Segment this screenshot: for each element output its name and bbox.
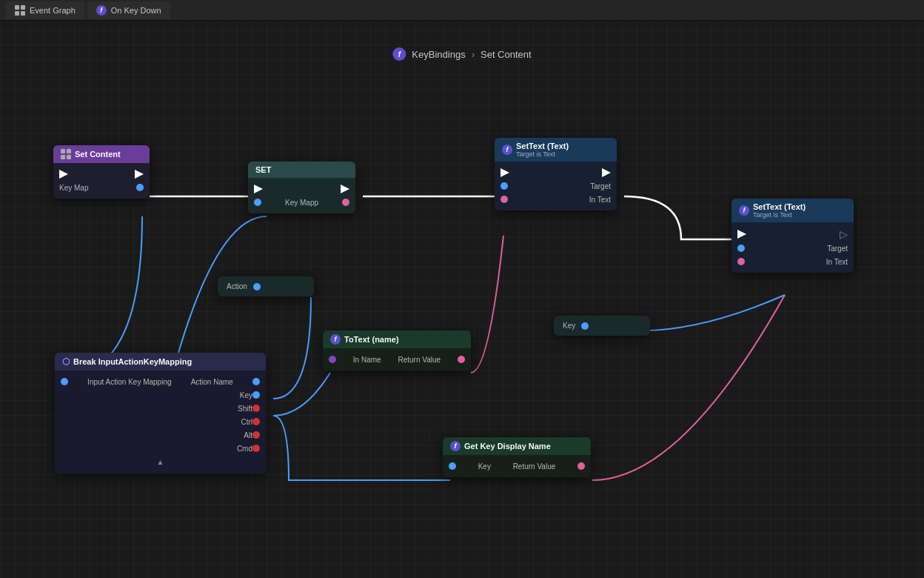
set-keymapp-pin-right[interactable] (342, 199, 349, 206)
settext-right-intext-row: In Text (732, 255, 854, 268)
settext-left-intext-pin[interactable] (500, 196, 508, 203)
set-content-header: Set Content (53, 145, 150, 163)
break-key-pin[interactable] (252, 391, 260, 399)
action-pin[interactable] (253, 283, 261, 290)
key-node[interactable]: Key (554, 316, 650, 336)
set-body: Key Mapp (248, 178, 355, 213)
set-content-node[interactable]: Set Content Key Map (53, 145, 150, 199)
key-body: Key (554, 316, 650, 336)
set-content-title: Set Content (75, 150, 121, 159)
getkey-key-label: Key (478, 462, 491, 471)
settext-left-exec-row (495, 166, 617, 179)
totext-pins-row: In Name Return Value (323, 353, 471, 366)
set-content-keymap-row: Key Map (53, 181, 150, 194)
settext-left-intext-row: In Text (495, 193, 617, 206)
tab-event-graph[interactable]: Event Graph (6, 1, 84, 19)
getkey-header: f Get Key Display Name (443, 437, 591, 455)
tab-bar: Event Graph f On Key Down (0, 0, 924, 21)
getkey-body: Key Return Value (443, 455, 591, 477)
settext-right-exec-row: ▷ (732, 227, 854, 242)
set-exec-out[interactable] (341, 185, 349, 193)
set-content-exec-out[interactable] (135, 170, 144, 179)
blueprint-canvas[interactable]: f KeyBindings › Set Content (0, 21, 924, 578)
set-content-exec-in[interactable] (59, 170, 68, 179)
breadcrumb-root: KeyBindings (412, 49, 465, 60)
break-icon: ⬡ (62, 356, 70, 367)
settext-right-subtitle: Target is Text (753, 211, 806, 219)
totext-node[interactable]: f ToText (name) In Name Return Value (323, 330, 471, 371)
settext-right-body: ▷ Target In Text (732, 222, 854, 273)
breadcrumb: f KeyBindings › Set Content (392, 47, 531, 61)
break-alt-pin[interactable] (252, 431, 260, 439)
break-shift-row: Shift (55, 402, 266, 415)
f-icon-tab: f (96, 5, 107, 16)
break-cmd-label: Cmd (237, 445, 252, 453)
action-body: Action (218, 276, 314, 296)
set-exec-in[interactable] (254, 185, 263, 193)
break-shift-label: Shift (238, 405, 252, 413)
tab-on-key-down[interactable]: f On Key Down (87, 1, 170, 19)
break-collapse[interactable]: ▲ (55, 455, 266, 469)
settext-left-target-pin[interactable] (500, 182, 508, 190)
totext-inname-pin[interactable] (329, 356, 336, 363)
set-title: SET (255, 165, 271, 174)
break-input-pin[interactable] (61, 378, 68, 385)
break-alt-row: Alt (55, 428, 266, 442)
settext-left-exec-in[interactable] (500, 168, 509, 177)
settext-right-exec-in[interactable] (737, 230, 746, 239)
grid-icon (15, 5, 25, 16)
set-keymapp-pin-left[interactable] (254, 199, 261, 206)
set-header: SET (248, 162, 355, 178)
key-pin[interactable] (581, 322, 589, 330)
tab-on-key-down-label: On Key Down (111, 6, 161, 15)
totext-returnvalue-label: Return Value (398, 356, 441, 364)
break-ctrl-label: Ctrl (241, 418, 252, 426)
totext-title: ToText (name) (344, 335, 399, 344)
settext-right-node[interactable]: f SetText (Text) Target is Text ▷ Target (732, 199, 854, 273)
settext-left-node[interactable]: f SetText (Text) Target is Text Target (495, 138, 617, 210)
totext-returnvalue-pin[interactable] (458, 356, 465, 363)
set-content-keymap-pin[interactable] (136, 184, 144, 191)
getkey-pins-row: Key Return Value (443, 459, 591, 473)
settext-right-target-pin[interactable] (737, 245, 745, 252)
breadcrumb-sep: › (472, 49, 475, 60)
settext-left-exec-out[interactable] (602, 168, 611, 177)
break-input-label: Input Action Key Mapping (87, 378, 171, 386)
settext-right-title: SetText (Text) (753, 202, 806, 211)
action-node[interactable]: Action (218, 276, 314, 296)
break-ctrl-pin[interactable] (252, 418, 260, 425)
break-cmd-pin[interactable] (252, 445, 260, 452)
settext-right-target-row: Target (732, 242, 854, 255)
settext-right-f-icon: f (739, 205, 749, 216)
settext-left-target-label: Target (590, 182, 611, 190)
break-header: ⬡ Break InputActionKeyMapping (55, 353, 266, 371)
settext-right-intext-pin[interactable] (737, 258, 745, 265)
breadcrumb-current: Set Content (481, 49, 532, 60)
connections-layer (0, 21, 924, 578)
totext-f-icon: f (330, 334, 341, 345)
set-keymapp-row: Key Mapp (248, 196, 355, 209)
break-node[interactable]: ⬡ Break InputActionKeyMapping Input Acti… (55, 353, 266, 474)
getkey-returnvalue-label: Return Value (513, 462, 556, 471)
action-label: Action (227, 282, 247, 290)
set-content-exec-row (53, 167, 150, 181)
break-body: Input Action Key Mapping Action Name Key… (55, 371, 266, 474)
break-actionname-pin[interactable] (252, 378, 260, 385)
set-node[interactable]: SET Key Mapp (248, 162, 355, 213)
getkey-returnvalue-pin[interactable] (578, 462, 585, 470)
getkey-key-pin[interactable] (449, 462, 456, 470)
break-actionname-label: Action Name (191, 378, 233, 386)
settext-right-target-label: Target (827, 245, 848, 253)
break-title: Break InputActionKeyMapping (73, 357, 192, 366)
settext-right-intext-label: In Text (826, 258, 848, 266)
break-key-row: Key (55, 388, 266, 402)
settext-left-body: Target In Text (495, 162, 617, 210)
settext-left-title: SetText (Text) (516, 142, 569, 150)
settext-left-target-row: Target (495, 179, 617, 193)
getkey-node[interactable]: f Get Key Display Name Key Return Value (443, 437, 591, 477)
settext-right-header: f SetText (Text) Target is Text (732, 199, 854, 222)
settext-left-f-icon: f (502, 144, 512, 155)
breadcrumb-f-icon: f (392, 47, 406, 61)
set-content-body: Key Map (53, 163, 150, 199)
break-shift-pin[interactable] (252, 405, 260, 412)
